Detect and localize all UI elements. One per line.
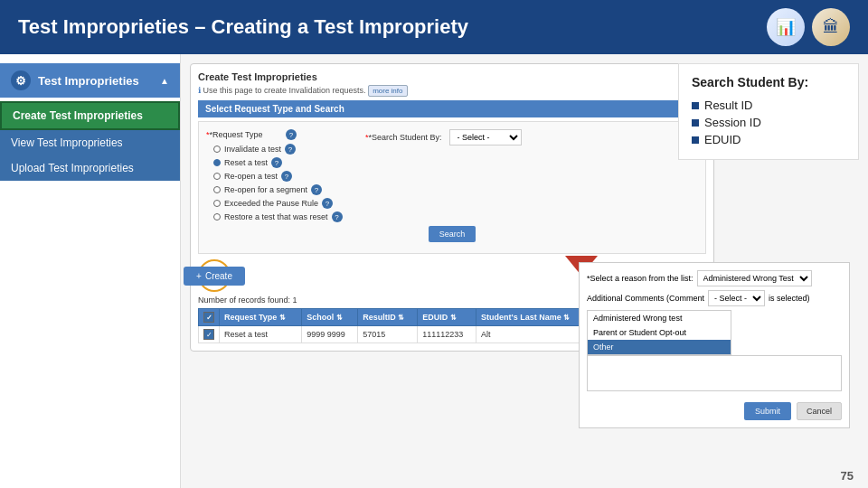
help-icon-restore: ? <box>332 211 343 222</box>
radio-reset[interactable]: Reset a test ? <box>213 157 351 168</box>
more-info-link[interactable]: more info <box>368 85 407 97</box>
row-school: 9999 9999 <box>302 326 358 343</box>
create-circle-highlight: + Create <box>198 259 231 292</box>
sidebar-item-create[interactable]: Create Test Improprieties <box>0 101 180 130</box>
radio-dot-reopen <box>213 173 221 180</box>
radio-restore[interactable]: Restore a test that was reset ? <box>213 211 351 222</box>
selected-note: is selected) <box>769 294 810 303</box>
col-check: ✓ <box>199 309 220 326</box>
request-type-row: **Request Type ? <box>206 129 351 140</box>
sidebar: ⚙ Test Improprieties ▲ Create Test Impro… <box>0 54 181 488</box>
bullet-eduid: EDUID <box>692 131 845 148</box>
gear-icon: ⚙ <box>11 70 31 90</box>
radio-dot-restore <box>213 213 221 221</box>
logo-chart-icon: 📊 <box>767 8 805 46</box>
option-other[interactable]: Other <box>588 340 731 354</box>
comments-row: Additional Comments (Comment - Select - … <box>587 290 842 306</box>
col-school: School ⇅ <box>302 309 358 326</box>
sort-icon-eduid[interactable]: ⇅ <box>450 314 457 322</box>
logo-state-icon: 🏛 <box>812 8 850 46</box>
col-request-type: Request Type ⇅ <box>220 309 302 326</box>
row-checkbox-cell: ✓ <box>199 326 220 343</box>
sort-icon-school[interactable]: ⇅ <box>336 314 343 322</box>
row-checkbox[interactable]: ✓ <box>203 329 214 340</box>
action-buttons: Submit Cancel <box>587 402 842 420</box>
cancel-button[interactable]: Cancel <box>797 402 842 420</box>
search-button[interactable]: Search <box>429 226 476 242</box>
bullet-session-id: Session ID <box>692 114 845 131</box>
row-request-type: Reset a test <box>220 326 302 343</box>
logo-area: 📊 🏛 <box>767 8 850 46</box>
create-button[interactable]: + Create <box>184 267 245 286</box>
reason-row: *Select a reason from the list: Administ… <box>587 270 842 286</box>
select-all-checkbox[interactable]: ✓ <box>203 312 214 323</box>
col-last-name: Student's Last Name ⇅ <box>476 309 590 326</box>
search-student-panel: Search Student By: Result ID Session ID … <box>678 63 859 169</box>
radio-group: Invalidate a test ? Reset a test ? Re-op… <box>213 144 351 222</box>
sort-icon-last[interactable]: ⇅ <box>563 314 570 322</box>
col-eduid: EDUID ⇅ <box>418 309 476 326</box>
help-icon-reset: ? <box>271 157 282 168</box>
sidebar-item-upload[interactable]: Upload Test Improprieties <box>0 155 180 181</box>
additional-comments-panel: *Select a reason from the list: Administ… <box>579 262 850 428</box>
reason-select[interactable]: Administered Wrong Test <box>697 270 812 286</box>
search-student-select[interactable]: - Select - <box>449 129 522 145</box>
search-student-label: **Search Student By: <box>365 133 442 142</box>
sidebar-section-label: Test Improprieties <box>38 74 139 88</box>
submit-button[interactable]: Submit <box>744 402 791 420</box>
comments-textarea[interactable] <box>587 355 842 391</box>
help-icon-reopen: ? <box>281 171 292 182</box>
radio-invalidate[interactable]: Invalidate a test ? <box>213 144 351 155</box>
mockup-page-title: Create Test Improprieties <box>198 71 706 82</box>
row-eduid: 111112233 <box>418 326 476 343</box>
radio-dot-pause <box>213 200 221 207</box>
option-administered[interactable]: Administered Wrong test <box>588 311 731 325</box>
row-last-name: Alt <box>476 326 590 343</box>
sidebar-section-header: ⚙ Test Improprieties ▲ <box>0 63 180 98</box>
option-optout[interactable]: Parent or Student Opt-out <box>588 325 731 340</box>
section-header: Select Request Type and Search <box>198 100 706 117</box>
student-select[interactable]: - Select - <box>708 290 765 306</box>
bullet-list: Result ID Session ID EDUID <box>692 97 845 148</box>
help-icon-segment: ? <box>311 184 322 195</box>
reason-label: *Select a reason from the list: <box>587 274 693 283</box>
chevron-up-icon: ▲ <box>160 76 169 86</box>
sort-icon-result[interactable]: ⇅ <box>398 314 404 322</box>
header: Test Improprieties – Creating a Test Imp… <box>0 0 868 54</box>
radio-reopen-segment[interactable]: Re-open for a segment ? <box>213 184 351 195</box>
bullet-icon-session <box>692 119 699 127</box>
comments-label: Additional Comments (Comment <box>587 294 704 303</box>
search-student-row: **Search Student By: - Select - <box>365 129 522 145</box>
col-result-id: ResultID ⇅ <box>358 309 418 326</box>
bullet-result-id: Result ID <box>692 97 845 114</box>
info-icon: ℹ <box>198 86 201 95</box>
request-type-label: **Request Type <box>206 130 278 139</box>
page-title: Test Improprieties – Creating a Test Imp… <box>18 15 468 39</box>
radio-dot-reopen-segment <box>213 186 221 193</box>
main-content: ⚙ Test Improprieties ▲ Create Test Impro… <box>0 54 868 488</box>
help-icon-pause: ? <box>322 198 333 209</box>
radio-reopen[interactable]: Re-open a test ? <box>213 171 351 182</box>
sidebar-item-view[interactable]: View Test Improprieties <box>0 130 180 155</box>
page-number: 75 <box>841 469 854 483</box>
sort-icon[interactable]: ⇅ <box>279 314 286 322</box>
radio-dot-reset <box>213 159 221 166</box>
dropdown-options: Administered Wrong test Parent or Studen… <box>587 310 731 355</box>
mockup-subtitle: ℹ Use this page to create Invalidation r… <box>198 86 706 95</box>
radio-dot-invalidate <box>213 145 221 153</box>
bullet-icon-result <box>692 102 699 109</box>
bullet-icon-eduid <box>692 136 699 144</box>
radio-pause[interactable]: Exceeded the Pause Rule ? <box>213 198 351 209</box>
plus-icon: + <box>196 271 202 281</box>
request-form: **Request Type ? Invalidate a test ? <box>198 121 706 254</box>
search-student-box: Search Student By: Result ID Session ID … <box>678 63 859 160</box>
row-result-id: 57015 <box>358 326 418 343</box>
search-student-title: Search Student By: <box>692 75 845 89</box>
help-icon-invalidate: ? <box>285 144 296 155</box>
content-area: Create Test Improprieties ℹ Use this pag… <box>181 54 868 488</box>
help-icon: ? <box>286 129 297 140</box>
